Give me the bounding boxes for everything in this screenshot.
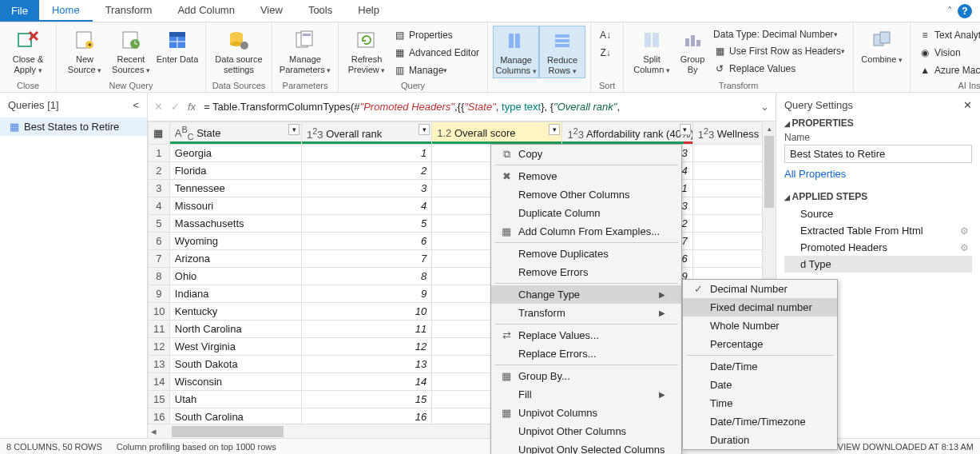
menu-item[interactable]: ⇄Replace Values... <box>491 326 681 344</box>
menu-item[interactable]: ✖Remove <box>491 167 681 185</box>
cell-rank[interactable]: 2 <box>302 161 432 179</box>
new-source-button[interactable]: ✶New Source <box>61 26 108 77</box>
col-overall-rank[interactable]: 123 Overall rank▾ <box>302 122 432 145</box>
properties-button[interactable]: ▤Properties <box>390 27 482 43</box>
col-filter-icon[interactable]: ▾ <box>288 124 300 135</box>
menu-item[interactable]: Date/Time <box>683 357 837 376</box>
menu-item[interactable]: Unpivot Only Selected Columns <box>491 440 681 454</box>
menu-item[interactable]: ✓Decimal Number <box>683 280 837 298</box>
tab-tools[interactable]: Tools <box>296 0 345 22</box>
advanced-editor-button[interactable]: ▦Advanced Editor <box>390 45 482 61</box>
applied-step[interactable]: Source <box>784 205 972 222</box>
menu-item[interactable]: Remove Other Columns <box>491 185 681 204</box>
menu-item[interactable]: Percentage <box>683 335 837 353</box>
first-row-headers-button[interactable]: ▦Use First Row as Headers <box>710 43 848 59</box>
menu-item[interactable]: Remove Errors <box>491 263 681 281</box>
menu-item[interactable]: Fixed decimal number <box>683 298 837 317</box>
group-by-button[interactable]: Group By <box>675 26 710 77</box>
sort-asc-button[interactable]: A↓ <box>596 27 618 43</box>
col-overall-score[interactable]: 1.2 Overall score▾ <box>432 122 562 145</box>
cell-state[interactable]: Indiana <box>169 285 301 302</box>
menu-item[interactable]: Fill▶ <box>491 385 681 404</box>
cell-state[interactable]: Arizona <box>169 249 301 267</box>
expand-formula-icon[interactable]: ⌄ <box>760 101 769 113</box>
recent-sources-button[interactable]: Recent Sources <box>108 26 154 77</box>
sort-desc-button[interactable]: Z↓ <box>596 45 618 61</box>
col-filter-icon[interactable]: ▾ <box>419 124 430 135</box>
cell-state[interactable]: Georgia <box>169 144 301 161</box>
text-analytics-button[interactable]: ≡Text Analytics <box>915 27 980 43</box>
cell-rank[interactable]: 14 <box>302 372 432 390</box>
cell-state[interactable]: Tennessee <box>169 179 301 197</box>
cell-rank[interactable]: 16 <box>302 408 432 424</box>
applied-steps-section[interactable]: APPLIED STEPS <box>784 191 972 202</box>
enter-data-button[interactable]: Enter Data <box>154 26 200 66</box>
col-state[interactable]: ABC State▾ <box>169 122 301 145</box>
cell-state[interactable]: Missouri <box>169 197 301 214</box>
cell-state[interactable]: South Dakota <box>169 355 301 372</box>
menu-item[interactable]: Duration <box>683 431 837 449</box>
split-column-button[interactable]: Split Column <box>629 26 675 77</box>
combine-button[interactable]: Combine <box>859 26 905 66</box>
cell-rank[interactable]: 1 <box>302 144 432 161</box>
fx-icon[interactable]: fx <box>188 101 196 113</box>
cell-rank[interactable]: 3 <box>302 179 432 197</box>
applied-step[interactable]: d Type <box>784 256 972 273</box>
menu-item[interactable]: Date <box>683 376 837 394</box>
menu-item[interactable]: Time <box>683 394 837 412</box>
col-filter-icon[interactable]: ▾ <box>549 124 560 135</box>
menu-item[interactable]: Date/Time/Timezone <box>683 412 837 431</box>
gear-icon[interactable]: ⚙ <box>960 242 969 253</box>
manage-button[interactable]: ▥Manage <box>390 62 482 78</box>
cell-state[interactable]: North Carolina <box>169 320 301 337</box>
menu-item[interactable]: Remove Duplicates <box>491 245 681 263</box>
cell-rank[interactable]: 15 <box>302 390 432 408</box>
cell-rank[interactable]: 12 <box>302 337 432 355</box>
cell-rank[interactable]: 5 <box>302 214 432 232</box>
cell-state[interactable]: Florida <box>169 161 301 179</box>
menu-item[interactable]: Change Type▶ <box>491 285 681 304</box>
menu-item[interactable]: ⧉Copy <box>491 145 681 163</box>
reduce-rows-button[interactable]: Reduce Rows <box>539 26 585 78</box>
cell-state[interactable]: Kentucky <box>169 302 301 320</box>
close-apply-button[interactable]: Close & Apply <box>5 26 51 77</box>
menu-item[interactable]: Whole Number <box>683 317 837 335</box>
azure-ml-button[interactable]: ▲Azure Machine Learning <box>915 62 980 78</box>
tab-help[interactable]: Help <box>345 0 392 22</box>
query-item[interactable]: ▦Best States to Retire <box>0 117 147 136</box>
refresh-preview-button[interactable]: Refresh Preview <box>343 26 390 77</box>
tab-add-column[interactable]: Add Column <box>165 0 248 22</box>
menu-item[interactable]: ▦Group By... <box>491 367 681 385</box>
col-affordability-rank[interactable]: 123 Affordability rank (40%)▾ <box>562 122 692 145</box>
manage-parameters-button[interactable]: Manage Parameters <box>277 26 333 77</box>
gear-icon[interactable]: ⚙ <box>960 225 969 237</box>
cell-rank[interactable]: 4 <box>302 197 432 214</box>
cell-state[interactable]: Massachusetts <box>169 214 301 232</box>
properties-section[interactable]: PROPERTIES <box>784 117 972 129</box>
name-input[interactable]: Best States to Retire <box>784 145 972 163</box>
col-filter-icon[interactable]: ▾ <box>680 124 691 135</box>
all-properties-link[interactable]: All Properties <box>784 168 846 180</box>
vision-button[interactable]: ◉Vision <box>915 45 980 61</box>
replace-values-button[interactable]: ↺Replace Values <box>710 61 848 77</box>
close-settings-icon[interactable]: ✕ <box>963 99 972 111</box>
cell-rank[interactable]: 13 <box>302 355 432 372</box>
menu-item[interactable]: ▦Add Column From Examples... <box>491 222 681 241</box>
formula-input[interactable]: = Table.TransformColumnTypes(#"Promoted … <box>204 101 752 113</box>
manage-columns-button[interactable]: Manage Columns <box>493 26 539 78</box>
cell-rank[interactable]: 8 <box>302 267 432 285</box>
cell-rank[interactable]: 6 <box>302 232 432 249</box>
cell-rank[interactable]: 9 <box>302 285 432 302</box>
menu-item[interactable]: Transform▶ <box>491 304 681 322</box>
ribbon-collapse-icon[interactable]: ˄ <box>947 0 953 22</box>
cell-state[interactable]: West Virginia <box>169 337 301 355</box>
file-menu[interactable]: File <box>0 0 39 22</box>
data-source-settings-button[interactable]: Data source settings <box>211 26 267 77</box>
data-type-button[interactable]: Data Type: Decimal Number <box>710 27 848 42</box>
cell-state[interactable]: Wyoming <box>169 232 301 249</box>
cell-state[interactable]: Ohio <box>169 267 301 285</box>
cell-rank[interactable]: 10 <box>302 302 432 320</box>
applied-step[interactable]: Extracted Table From Html⚙ <box>784 222 972 239</box>
cell-state[interactable]: South Carolina <box>169 408 301 424</box>
collapse-queries-icon[interactable]: < <box>133 99 139 111</box>
